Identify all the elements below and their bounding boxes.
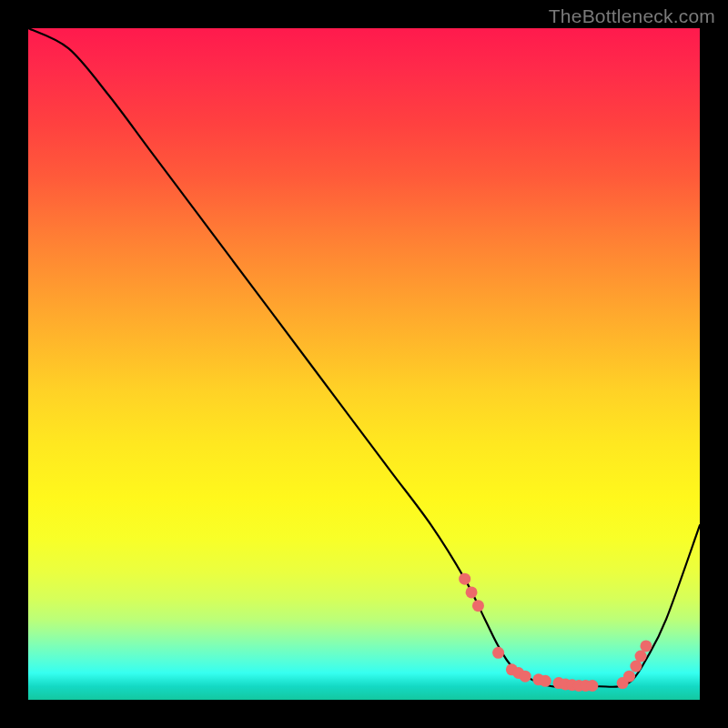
bottleneck-curve <box>28 28 700 687</box>
data-dot <box>472 600 484 612</box>
watermark-text: TheBottleneck.com <box>549 5 715 27</box>
chart-frame: TheBottleneck.com <box>0 0 728 728</box>
curve-layer <box>28 28 700 700</box>
data-dot <box>466 586 478 598</box>
data-dot <box>540 675 551 687</box>
data-dots <box>459 573 652 692</box>
plot-area <box>28 28 700 700</box>
data-dot <box>586 680 598 692</box>
data-dot <box>640 640 652 652</box>
data-dot <box>623 671 635 682</box>
data-dot <box>520 671 531 682</box>
data-dot <box>635 651 647 662</box>
data-dot <box>459 573 470 585</box>
data-dot <box>630 661 642 672</box>
data-dot <box>492 647 504 659</box>
